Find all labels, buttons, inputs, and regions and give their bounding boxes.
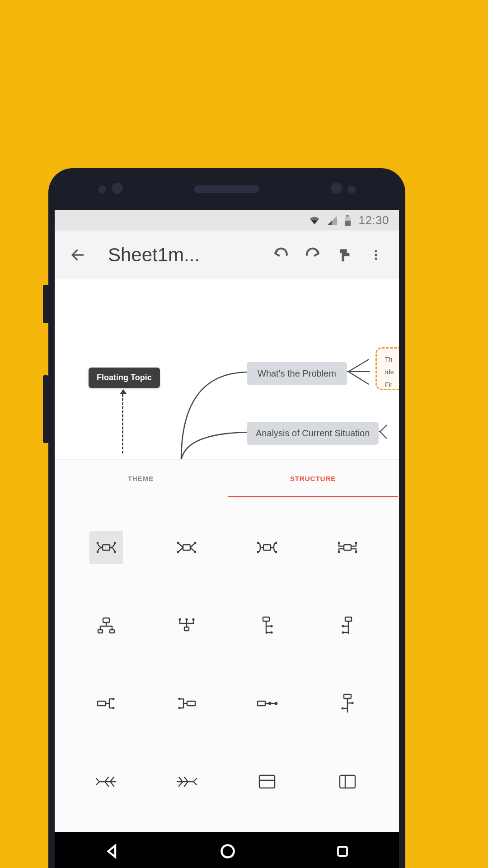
svg-point-17	[258, 542, 258, 543]
svg-point-50	[342, 708, 343, 709]
nav-home-button[interactable]	[220, 843, 236, 861]
svg-point-12	[178, 542, 178, 543]
mindmap-subnode[interactable]: Ide	[385, 366, 399, 378]
phone-bezel	[48, 168, 405, 210]
svg-point-53	[221, 845, 234, 858]
svg-point-40	[113, 698, 114, 700]
panel-tabs: THEME STRUCTURE	[55, 460, 399, 497]
svg-point-7	[97, 542, 98, 543]
svg-point-3	[375, 250, 377, 252]
svg-rect-33	[263, 617, 269, 621]
svg-point-49	[352, 703, 353, 704]
format-button[interactable]	[329, 240, 359, 270]
redo-button[interactable]	[298, 240, 328, 270]
phone-side-button-1	[43, 285, 48, 323]
phone-frame: 12:30 Sheet1m...	[48, 168, 405, 868]
svg-rect-16	[263, 545, 271, 550]
structure-option-timeline-2[interactable]	[310, 667, 385, 741]
structure-option-matrix-rows[interactable]	[229, 745, 305, 819]
svg-rect-11	[183, 545, 190, 550]
structure-option-matrix-cols[interactable]	[310, 745, 385, 819]
svg-point-5	[375, 257, 377, 259]
svg-point-46	[269, 703, 271, 704]
svg-point-19	[276, 542, 277, 543]
structure-option-map-2[interactable]	[149, 511, 225, 585]
svg-point-47	[275, 703, 277, 704]
tab-structure[interactable]: STRUCTURE	[227, 460, 399, 497]
svg-rect-6	[103, 545, 110, 550]
svg-point-14	[195, 542, 196, 543]
svg-rect-28	[110, 630, 114, 633]
structure-option-logic-2[interactable]	[149, 667, 225, 741]
mindmap-subnode[interactable]: Th	[385, 353, 399, 366]
structure-option-fishbone-right[interactable]	[149, 745, 225, 819]
phone-sensor	[112, 183, 123, 194]
svg-point-15	[195, 552, 196, 552]
svg-point-35	[271, 632, 272, 633]
phone-sensor	[347, 185, 356, 193]
structure-option-tree-1[interactable]	[229, 589, 305, 663]
svg-point-41	[113, 708, 114, 709]
svg-rect-48	[344, 694, 351, 698]
phone-sensor	[98, 185, 106, 193]
back-button[interactable]	[63, 240, 93, 270]
structure-option-org-2[interactable]	[149, 589, 225, 663]
structure-option-logic-1[interactable]	[68, 667, 144, 741]
svg-point-25	[356, 552, 357, 552]
svg-point-9	[114, 542, 115, 543]
tab-theme[interactable]: THEME	[55, 460, 227, 497]
mindmap-canvas[interactable]: Floating Topic What's the Problem Analys…	[55, 279, 399, 460]
mindmap-node-group[interactable]: Th Ide Fir	[375, 347, 399, 390]
structure-option-map-3[interactable]	[229, 511, 305, 585]
mindmap-node-analysis[interactable]: Analysis of Current Situation	[247, 422, 379, 445]
svg-rect-26	[103, 618, 109, 623]
structure-option-map-4[interactable]	[310, 511, 385, 585]
svg-point-8	[97, 552, 98, 552]
svg-point-34	[271, 625, 272, 627]
structure-option-org-1[interactable]	[68, 589, 144, 663]
svg-point-37	[343, 625, 344, 627]
document-title[interactable]: Sheet1m...	[94, 244, 264, 266]
screen: 12:30 Sheet1m...	[55, 210, 399, 868]
svg-point-13	[178, 552, 178, 552]
svg-point-10	[114, 552, 115, 552]
structure-option-map-1[interactable]	[68, 511, 144, 585]
status-bar: 12:30	[55, 210, 399, 231]
svg-rect-51	[259, 775, 275, 788]
svg-point-22	[338, 542, 339, 543]
structure-option-tree-2[interactable]	[310, 589, 385, 663]
mindmap-node-problem[interactable]: What's the Problem	[247, 362, 347, 385]
svg-point-32	[193, 618, 194, 620]
svg-point-44	[179, 708, 180, 709]
nav-recent-button[interactable]	[336, 844, 349, 860]
structure-panel: THEME STRUCTURE	[55, 460, 399, 832]
svg-rect-45	[258, 701, 265, 706]
svg-rect-2	[345, 221, 351, 226]
svg-point-18	[258, 552, 258, 552]
floating-topic-arrow	[122, 390, 123, 453]
svg-rect-21	[344, 545, 351, 550]
svg-point-31	[186, 618, 188, 620]
nav-back-button[interactable]	[104, 844, 120, 861]
svg-rect-36	[345, 617, 352, 621]
svg-point-23	[338, 552, 339, 552]
svg-rect-52	[340, 775, 355, 788]
structure-option-timeline-1[interactable]	[229, 667, 305, 741]
more-button[interactable]	[361, 240, 391, 270]
phone-side-button-2	[43, 375, 48, 443]
svg-rect-39	[98, 701, 106, 706]
structure-grid	[55, 497, 399, 832]
svg-point-43	[179, 698, 180, 700]
cellular-icon	[327, 216, 337, 225]
svg-point-38	[343, 632, 344, 633]
svg-point-30	[179, 618, 181, 620]
svg-rect-54	[338, 847, 347, 856]
svg-rect-27	[98, 630, 103, 633]
floating-topic-node[interactable]: Floating Topic	[89, 368, 160, 388]
svg-point-20	[276, 552, 277, 552]
mindmap-subnode[interactable]: Fir	[385, 378, 399, 390]
undo-button[interactable]	[266, 240, 296, 270]
wifi-icon	[309, 216, 320, 225]
structure-option-fishbone-left[interactable]	[68, 745, 144, 819]
android-navbar	[55, 832, 399, 868]
